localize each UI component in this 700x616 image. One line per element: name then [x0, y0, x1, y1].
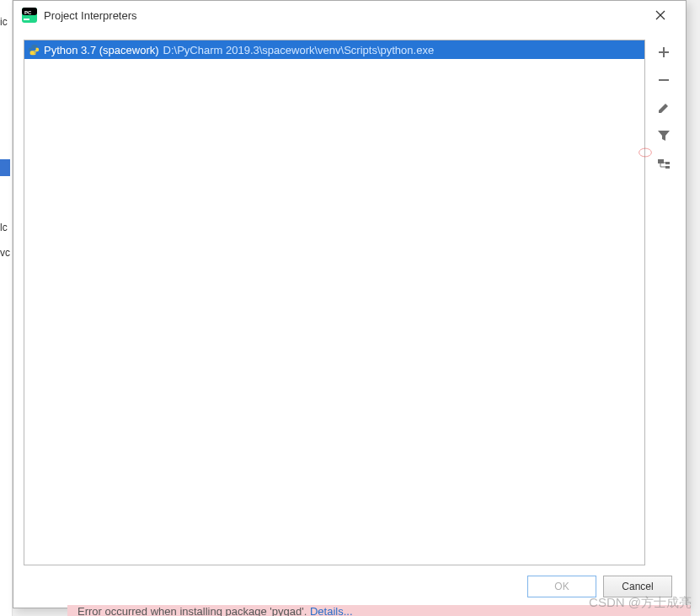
interpreter-path: D:\PyCharm 2019.3\spacework\venv\Scripts…: [163, 44, 435, 56]
svg-rect-3: [24, 19, 29, 20]
remove-button[interactable]: [654, 71, 674, 89]
bg-label: lc: [0, 222, 8, 233]
close-button[interactable]: [644, 3, 677, 27]
bg-label: vc: [0, 247, 10, 259]
interpreter-name: Python 3.7 (spacework): [44, 44, 159, 56]
filter-button[interactable]: [654, 126, 674, 145]
svg-text:PC: PC: [24, 10, 32, 15]
show-paths-button[interactable]: [654, 154, 674, 173]
error-details-link[interactable]: Details...: [310, 605, 353, 616]
add-button[interactable]: [654, 43, 674, 62]
python-icon: [28, 44, 40, 56]
svg-rect-10: [665, 162, 670, 164]
pycharm-icon: PC: [22, 8, 37, 23]
error-banner: Error occurred when installing package '…: [67, 605, 691, 616]
dialog-footer: OK Cancel: [13, 565, 686, 608]
project-interpreters-dialog: PC Project Interpreters Python 3.7 (spac: [13, 0, 687, 608]
error-text: Error occurred when installing package '…: [77, 605, 310, 616]
edit-button[interactable]: [654, 99, 674, 117]
toolbar: [652, 40, 676, 565]
interpreter-item[interactable]: Python 3.7 (spacework) D:\PyCharm 2019.3…: [24, 40, 644, 59]
svg-rect-11: [665, 166, 670, 169]
interpreter-list[interactable]: Python 3.7 (spacework) D:\PyCharm 2019.3…: [24, 40, 645, 565]
bg-label: ic: [0, 16, 8, 28]
dialog-title: Project Interpreters: [44, 9, 644, 22]
ok-button[interactable]: OK: [527, 576, 596, 597]
cancel-button[interactable]: Cancel: [603, 576, 672, 597]
titlebar: PC Project Interpreters: [13, 1, 686, 29]
